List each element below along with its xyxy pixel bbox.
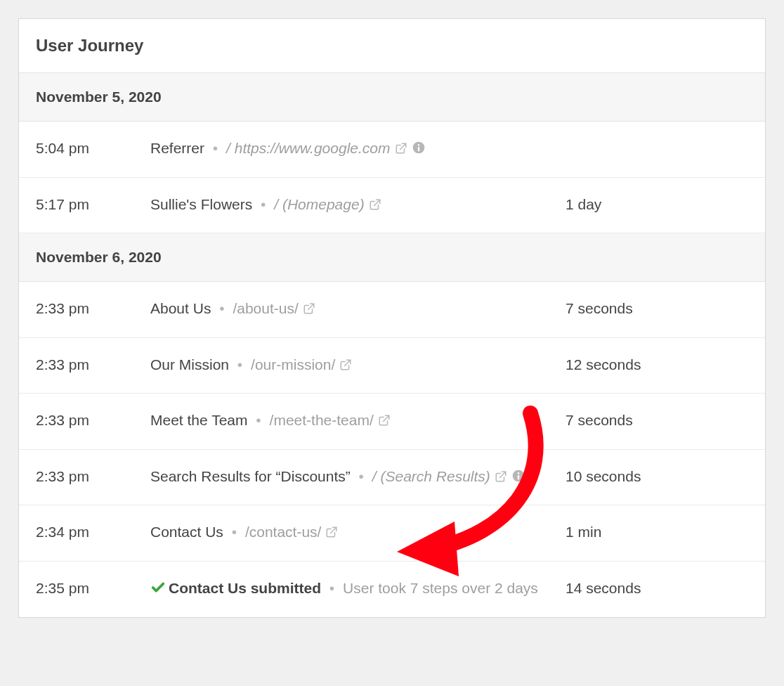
journey-path: /contact-us/ (245, 524, 322, 540)
external-link-icon[interactable] (378, 410, 391, 434)
journey-main: Sullie's Flowers • / (Homepage) (150, 193, 566, 218)
journey-title: Contact Us submitted (169, 580, 321, 596)
user-journey-panel: User Journey November 5, 20205:04 pmRefe… (18, 18, 766, 618)
journey-time: 5:04 pm (36, 137, 150, 160)
journey-duration: 10 seconds (566, 465, 748, 488)
journey-main: About Us • /about-us/ (150, 297, 566, 322)
external-link-icon[interactable] (325, 522, 338, 545)
separator-dot: • (351, 468, 372, 484)
journey-row: 2:33 pmMeet the Team • /meet-the-team/7 … (19, 394, 765, 450)
journey-title: Search Results for “Discounts” (150, 468, 351, 484)
date-header: November 5, 2020 (19, 73, 765, 122)
journey-title: Meet the Team (150, 412, 248, 428)
journey-time: 2:33 pm (36, 297, 150, 321)
panel-title: User Journey (36, 36, 748, 56)
journey-main: Contact Us submitted • User took 7 steps… (150, 577, 566, 602)
journey-row: 2:34 pmContact Us • /contact-us/1 min (19, 505, 765, 562)
info-icon[interactable] (412, 138, 426, 162)
journey-title: Sullie's Flowers (150, 196, 252, 212)
separator-dot: • (321, 580, 343, 596)
separator-dot: • (204, 140, 226, 156)
journey-path: / (Search Results) (372, 468, 490, 484)
journey-title: Our Mission (150, 356, 229, 373)
journey-row: 2:33 pmAbout Us • /about-us/7 seconds (19, 282, 765, 338)
journey-time: 2:33 pm (36, 465, 150, 488)
journey-duration: 12 seconds (566, 354, 748, 377)
journey-time: 2:34 pm (36, 521, 150, 544)
separator-dot: • (248, 412, 270, 428)
external-link-icon[interactable] (369, 195, 381, 218)
journey-row: 5:04 pmReferrer • / https://www.google.c… (19, 122, 765, 178)
journey-title: Referrer (150, 140, 204, 156)
journey-time: 2:33 pm (36, 409, 150, 432)
journey-title: Contact Us (150, 524, 223, 540)
journey-row: 2:33 pmOur Mission • /our-mission/12 sec… (19, 338, 765, 394)
journey-path: /about-us/ (233, 300, 298, 316)
check-icon (150, 579, 166, 602)
separator-dot: • (252, 196, 274, 212)
journey-duration: 1 min (566, 521, 748, 544)
date-header: November 6, 2020 (19, 233, 765, 282)
journey-time: 2:35 pm (36, 577, 150, 600)
external-link-icon[interactable] (339, 355, 352, 378)
journey-path: / (Homepage) (274, 196, 364, 212)
journey-title: About Us (150, 300, 211, 316)
journey-duration: 7 seconds (566, 409, 748, 432)
journey-row: 2:35 pmContact Us submitted • User took … (19, 562, 765, 618)
journey-main: Our Mission • /our-mission/ (150, 354, 566, 378)
separator-dot: • (223, 524, 245, 540)
journey-main: Meet the Team • /meet-the-team/ (150, 409, 566, 434)
journey-duration: 7 seconds (566, 297, 748, 321)
journey-time: 5:17 pm (36, 193, 150, 216)
journey-time: 2:33 pm (36, 354, 150, 377)
info-icon[interactable] (511, 467, 525, 490)
journey-duration: 14 seconds (566, 577, 748, 600)
journey-summary: User took 7 steps over 2 days (343, 580, 538, 596)
journey-row: 5:17 pmSullie's Flowers • / (Homepage)1 … (19, 178, 765, 234)
journey-main: Search Results for “Discounts” • / (Sear… (150, 465, 566, 490)
panel-header: User Journey (19, 19, 765, 73)
journey-path: /meet-the-team/ (270, 412, 374, 428)
journey-path: / https://www.google.com (226, 140, 390, 156)
journey-main: Contact Us • /contact-us/ (150, 521, 566, 545)
journey-duration: 1 day (566, 193, 748, 216)
separator-dot: • (229, 356, 251, 373)
journey-main: Referrer • / https://www.google.com (150, 137, 566, 162)
separator-dot: • (211, 300, 233, 316)
external-link-icon[interactable] (495, 467, 507, 490)
external-link-icon[interactable] (395, 138, 407, 162)
journey-row: 2:33 pmSearch Results for “Discounts” • … (19, 450, 765, 506)
external-link-icon[interactable] (303, 299, 315, 322)
journey-path: /our-mission/ (251, 356, 335, 373)
